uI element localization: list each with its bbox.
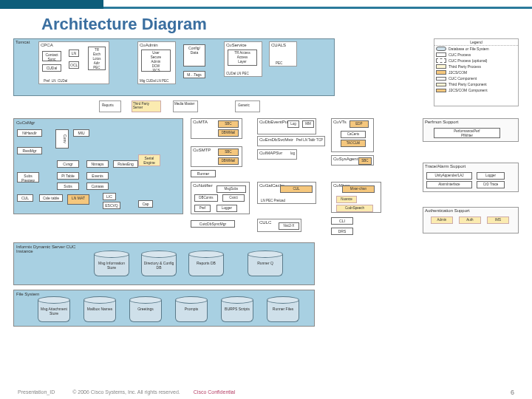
cutcdbsyncmgr: CutcDbSyncMgr	[191, 220, 235, 228]
legend-title: Legend	[434, 39, 518, 46]
cpca-footer: Pref LN CUDal	[44, 79, 67, 83]
cuservice-items: TR AccessAccessLayer	[228, 50, 257, 66]
cylinder-runner: Runner Q	[248, 250, 283, 279]
serial-engine: Serial Engine	[138, 154, 160, 166]
cpca-group: CPCA Contact Sync CUDal LN OCL TRExchLot…	[38, 41, 109, 84]
cuservice-footer: CUDal LN PEC	[226, 72, 249, 75]
cuals-group: CUALS PEC	[269, 41, 297, 66]
cucsmgr-title: CuCsMgr	[16, 120, 35, 125]
cucsmgr-item: Pl Table	[57, 172, 79, 180]
cpca-col: OCL	[69, 61, 79, 69]
cucsmgr-item: Cap	[138, 200, 153, 208]
cpca-col: LN	[69, 50, 79, 57]
cucsmgr-mid: Conv	[55, 129, 69, 149]
cucsmgr-group: CuCsMgr NtHandlr RestMgr Conv MIU Serial…	[13, 118, 183, 214]
cucsmgr-item: Conaas	[86, 183, 109, 190]
perfmon-support: Perfmon Support Performance/PerfPfWriter	[423, 118, 519, 142]
cucsmgr-item: Cvngr	[57, 160, 79, 168]
cuemdbsvc: CuEmDbSvcMstr Pref LN Tablr TCP	[257, 136, 325, 146]
culc: CULC Nxc2-X	[257, 219, 301, 232]
filesystem-group: File System Msg Attachment Store Mailbox…	[13, 290, 315, 327]
cucsmgr-item: RulesEng	[113, 160, 138, 168]
cylinder-reports: Reports DB	[188, 250, 224, 279]
cpca-item: CUDal	[42, 64, 61, 72]
cuadmin-title: CuAdmin	[140, 43, 158, 47]
mediamaster-box: Media Master	[173, 100, 198, 112]
tomcat-group: Tomcat CPCA Contact Sync CUDal LN OCL TR…	[13, 38, 335, 96]
cuadmin-items: UserSecureAdminDCWJ2CS	[141, 50, 171, 72]
fs-item: Msg Attachment Store	[38, 296, 70, 324]
cuservice-group: CuService TR AccessAccessLayer CUDal LN …	[224, 41, 262, 77]
cucsmgr-item: LIC	[103, 193, 116, 200]
drs-box: DRS	[331, 228, 353, 235]
footer-page: 6	[511, 389, 514, 396]
cucsmgr-item: Ntmaps	[86, 160, 109, 168]
footer: Presentation_ID © 2006 Cisco Systems, In…	[18, 389, 514, 395]
tomcat-label: Tomcat	[16, 40, 30, 44]
thirdparty-box: Third Party Server	[132, 100, 161, 112]
cuadmin-group: CuAdmin UserSecureAdminDCWJ2CS Mig CUDal…	[137, 41, 176, 84]
generic-box: Generic	[235, 100, 260, 112]
cpca-title: CPCA	[41, 43, 53, 47]
cugalcache: CuGalCache CUL LN PEC Preload	[257, 182, 316, 204]
page-title: Architecture Diagram	[0, 9, 532, 38]
ids-title: Informix Dynamic Server CUC Instance	[16, 245, 90, 253]
cucsmgr-item: NtHandlr	[17, 129, 42, 137]
cuadmin-footer: Mig CUDal LN PEC	[140, 79, 168, 83]
cuals-title: CUALS	[271, 43, 286, 47]
footer-presentation: Presentation_ID	[18, 389, 55, 395]
cusysagent: CuSysAgent SBC	[331, 155, 374, 166]
lnmat: LN MAT	[67, 194, 89, 205]
auth-support: Authentication Support Admin Auth IMS	[423, 207, 519, 233]
ids-group: Informix Dynamic Server CUC Instance Msg…	[13, 242, 315, 285]
cucsmgr-item: Csle table	[39, 194, 63, 202]
cli-box: CLI	[331, 217, 353, 225]
fs-item: Runner Files	[267, 296, 299, 324]
cucsmgr-item: Events	[86, 172, 109, 180]
cucsmgr-item: Subs	[57, 183, 79, 190]
cylinder-dir: Directory & Config DB	[141, 250, 177, 279]
cusmtp: CuSMTP SBC DBWMail	[191, 146, 242, 167]
legend: Legend Database or File System CUC Proce…	[434, 38, 519, 106]
cugal-item: CUL	[280, 185, 313, 193]
cudbeventpub: CuDbEventPub Log MM	[257, 118, 316, 134]
fs-title: File System	[16, 292, 39, 296]
cucsmgr-item: Subs Preview	[17, 172, 39, 183]
fs-item: Mailbox Names	[83, 296, 116, 324]
footer-confidential: Cisco Confidential	[194, 389, 235, 395]
cunotifier: CuNotifier MsgSubs DBConns Csnct Pref Lo…	[191, 182, 250, 214]
cuimapsvr: CuIMAPSvr log	[257, 149, 297, 160]
cuadmin-side: Config/Data	[183, 44, 205, 66]
cuemdbsvc-items: Pref LN Tablr TCP	[296, 138, 323, 142]
cuals-footer: PEC	[276, 61, 282, 65]
cuservice-title: CuService	[226, 43, 247, 47]
cucsmgr-item: ESCVQ	[103, 202, 120, 209]
cpca-item: Contact Sync	[42, 51, 61, 61]
reports-box: Reports	[99, 100, 121, 112]
architecture-diagram: Tomcat CPCA Contact Sync CUDal LN OCL TR…	[13, 38, 519, 352]
header-bar	[0, 0, 532, 9]
runner: Runner	[191, 170, 216, 177]
perfmon-item: Performance/PerfPfWriter	[434, 128, 500, 138]
cpca-tr: TRExchLotusAdtrPEC	[88, 47, 106, 70]
cuvts: CuVTs EDP CaCerts TAOCUtil	[331, 118, 374, 152]
cumixer: CuMixer Mixer-chan Nuance CodnSpeech	[331, 182, 381, 213]
fs-item: Prompts	[175, 296, 208, 324]
cunotifier-item: MsgSubs	[216, 185, 246, 193]
cucsmgr-item: MIU	[73, 129, 89, 137]
cylinder-msg: Msg Information Store	[94, 250, 129, 279]
trace-support: Trace/Alarm Support UnityAppender/LAJ Lo…	[423, 163, 519, 192]
fs-item: BURPS Scripts	[221, 296, 253, 324]
cucsmgr-item: RestMgr	[17, 147, 42, 154]
m-label: M…Tags	[183, 71, 205, 78]
cucsmgr-item: CUL	[17, 194, 33, 202]
fs-item: Greetings	[129, 296, 162, 324]
cumta: CuMTA SBC DBWMail	[191, 118, 242, 139]
footer-copyright: © 2006 Cisco Systems, Inc. All rights re…	[72, 389, 180, 395]
